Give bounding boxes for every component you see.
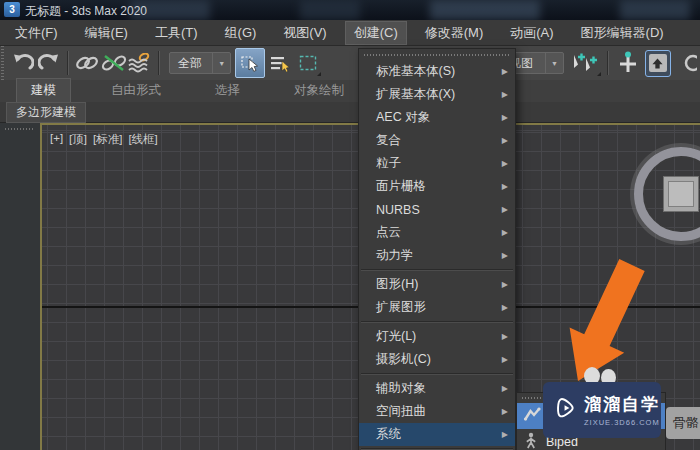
select-and-link-icon[interactable] (74, 49, 100, 77)
ribbon-tab-modeling[interactable]: 建模 (16, 78, 71, 102)
bind-to-space-warp-icon[interactable] (127, 49, 153, 77)
selection-filter-value: 全部 (170, 55, 212, 72)
titlebar-blur-decoration (620, 0, 690, 20)
viewport-label: [+] [顶] [标准] [线框] (50, 132, 158, 147)
menu-item-dynamics[interactable]: 动力学▶ (359, 244, 515, 267)
submenu-arrow-icon: ▶ (502, 430, 508, 439)
menu-item-compound[interactable]: 复合▶ (359, 129, 515, 152)
submenu-arrow-icon: ▶ (502, 228, 508, 237)
ribbon-tab-object-paint[interactable]: 对象绘制 (280, 79, 358, 102)
menu-item-point-cloud[interactable]: 点云▶ (359, 221, 515, 244)
menu-separator (361, 269, 513, 271)
submenu-arrow-icon: ▶ (502, 90, 508, 99)
menu-item-nurbs[interactable]: NURBS▶ (359, 198, 515, 221)
titlebar-blur-decoration (430, 0, 540, 20)
menu-item-extended-shapes[interactable]: 扩展图形▶ (359, 296, 515, 319)
viewport-menu-shading[interactable]: [线框] (128, 132, 157, 147)
flyout-corner (597, 72, 601, 76)
viewcube-top-face[interactable] (663, 176, 699, 212)
ribbon-tab-selection[interactable]: 选择 (201, 79, 254, 102)
app-icon: 3 (4, 2, 20, 17)
ribbon-tab-bar: 建模 自由形式 选择 对象绘制 (0, 80, 700, 102)
submenu-arrow-icon: ▶ (502, 280, 508, 289)
viewport-menu-view[interactable]: [顶] (69, 132, 87, 147)
bones-icon (523, 406, 541, 426)
window-title: 无标题 - 3ds Max 2020 (25, 3, 147, 20)
menu-item-extended-primitives[interactable]: 扩展基本体(X)▶ (359, 83, 515, 106)
menu-item-patch-grids[interactable]: 面片栅格▶ (359, 175, 515, 198)
titlebar-blur-decoration (300, 0, 360, 20)
toolbar-separator (607, 51, 609, 75)
menu-item-space-warps[interactable]: 空间扭曲▶ (359, 400, 515, 423)
biped-icon (523, 432, 539, 450)
menu-item-systems[interactable]: 系统▶ (359, 423, 515, 446)
create-menu-popup: 标准基本体(S)▶ 扩展基本体(X)▶ AEC 对象▶ 复合▶ 粒子▶ 面片栅格… (358, 48, 516, 450)
menu-graph-editors[interactable]: 图形编辑器(D) (572, 21, 673, 45)
menu-item-particles[interactable]: 粒子▶ (359, 152, 515, 175)
rectangular-selection-region-button[interactable] (294, 49, 322, 77)
ribbon-tab-freeform[interactable]: 自由形式 (97, 79, 175, 102)
submenu-arrow-icon: ▶ (502, 182, 508, 191)
undo-icon[interactable] (9, 49, 35, 77)
submenu-arrow-icon: ▶ (502, 159, 508, 168)
toolbar-separator (67, 51, 69, 75)
select-object-button[interactable] (235, 48, 265, 78)
menu-tools[interactable]: 工具(T) (146, 21, 207, 45)
menu-item-standard-primitives[interactable]: 标准基本体(S)▶ (359, 60, 515, 83)
dock-grip[interactable] (5, 128, 35, 130)
submenu-arrow-icon: ▶ (502, 407, 508, 416)
submenu-arrow-icon: ▶ (502, 355, 508, 364)
snap-toggle-button[interactable] (568, 49, 602, 77)
tooltip-bubble: 骨骼 (666, 407, 700, 439)
menu-item-aec-objects[interactable]: AEC 对象▶ (359, 106, 515, 129)
up-arrow-icon (649, 54, 667, 72)
menu-separator (361, 321, 513, 323)
unlink-selection-icon[interactable] (100, 49, 126, 77)
submenu-arrow-icon: ▶ (502, 113, 508, 122)
submenu-arrow-icon: ▶ (502, 205, 508, 214)
menu-item-shapes[interactable]: 图形(H)▶ (359, 273, 515, 296)
polygon-modeling-panel-button[interactable]: 多边形建模 (6, 102, 86, 123)
menu-item-helpers[interactable]: 辅助对象▶ (359, 377, 515, 400)
viewport-menu-style[interactable]: [标准] (93, 132, 122, 147)
menu-create[interactable]: 创建(C) (345, 21, 407, 45)
submenu-arrow-icon: ▶ (502, 332, 508, 341)
ribbon-panel-row: 多边形建模 (0, 102, 700, 123)
select-and-place-button[interactable] (645, 50, 671, 77)
menu-separator (361, 373, 513, 375)
submenu-arrow-icon: ▶ (502, 136, 508, 145)
menu-tearoff-handle[interactable] (364, 54, 510, 56)
viewport-menu-general[interactable]: [+] (50, 132, 63, 147)
dropdown-arrow-icon: ▼ (545, 53, 563, 73)
submenu-arrow-icon: ▶ (502, 251, 508, 260)
watermark-url: zixue.3d66.com (584, 418, 660, 427)
menu-file[interactable]: 文件(F) (6, 21, 67, 45)
menu-bar: 文件(F) 编辑(E) 工具(T) 组(G) 视图(V) 创建(C) 修改器(M… (0, 20, 700, 46)
menu-item-lights[interactable]: 灯光(L)▶ (359, 325, 515, 348)
title-bar: 3 无标题 - 3ds Max 2020 (0, 0, 700, 20)
menu-edit[interactable]: 编辑(E) (76, 21, 137, 45)
redo-icon[interactable] (36, 49, 62, 77)
select-and-manipulate-button[interactable] (614, 49, 642, 77)
submenu-arrow-icon: ▶ (502, 384, 508, 393)
clipped-edge-icon[interactable] (674, 49, 700, 77)
submenu-arrow-icon: ▶ (502, 303, 508, 312)
menu-modifiers[interactable]: 修改器(M) (416, 21, 493, 45)
selection-filter-dropdown[interactable]: 全部 ▼ (169, 52, 231, 74)
play-logo-icon (551, 395, 577, 425)
submenu-arrow-icon: ▶ (502, 67, 508, 76)
watermark-title: 溜溜自学 (584, 393, 660, 416)
menu-item-cameras[interactable]: 摄影机(C)▶ (359, 348, 515, 371)
toolbar-separator (158, 51, 160, 75)
flyout-corner (317, 72, 321, 76)
select-by-name-button[interactable] (265, 49, 293, 77)
menu-animation[interactable]: 动画(A) (501, 21, 562, 45)
menu-views[interactable]: 视图(V) (274, 21, 335, 45)
main-toolbar: 全部 ▼ ▶ 视图 ▼ (0, 46, 700, 81)
dropdown-arrow-icon: ▼ (212, 53, 230, 73)
watermark-badge: 溜溜自学 zixue.3d66.com (543, 382, 661, 438)
menu-group[interactable]: 组(G) (216, 21, 266, 45)
left-dock-area (0, 123, 40, 450)
viewcube[interactable] (634, 147, 700, 241)
